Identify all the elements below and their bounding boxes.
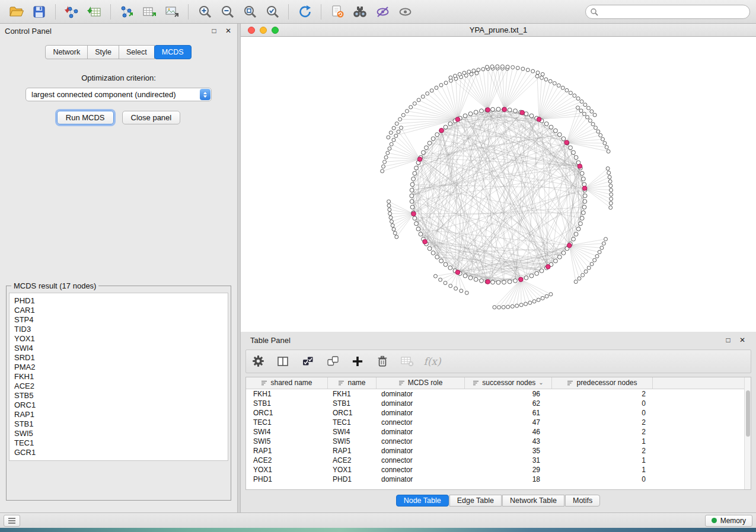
mcds-result-item[interactable]: ACE2	[14, 382, 223, 391]
network-node[interactable]	[513, 109, 518, 113]
network-node[interactable]	[433, 274, 437, 278]
network-node[interactable]	[593, 113, 596, 117]
network-node[interactable]	[583, 194, 587, 198]
network-node[interactable]	[431, 137, 435, 141]
tab-select[interactable]: Select	[119, 45, 155, 59]
network-node[interactable]	[398, 117, 402, 121]
mcds-result-item[interactable]: PMA2	[14, 363, 223, 372]
dominator-node[interactable]	[564, 140, 569, 145]
tab-network[interactable]: Network	[45, 45, 88, 59]
table-row[interactable]: ORC1ORC1dominator610	[246, 408, 751, 418]
network-node[interactable]	[511, 66, 515, 69]
dominator-node[interactable]	[520, 110, 525, 115]
mcds-result-item[interactable]: TID3	[14, 325, 223, 334]
network-node[interactable]	[387, 200, 391, 203]
dominator-node[interactable]	[546, 264, 550, 269]
zoom-fit-button[interactable]	[239, 3, 260, 21]
network-node[interactable]	[410, 194, 414, 198]
network-node[interactable]	[535, 271, 539, 275]
network-node[interactable]	[607, 171, 611, 175]
table-row[interactable]: STB1STB1dominator620	[246, 399, 751, 408]
network-node[interactable]	[462, 71, 466, 75]
clone-network-button[interactable]	[327, 3, 348, 21]
network-node[interactable]	[605, 146, 608, 149]
delete-table-button[interactable]	[400, 354, 414, 368]
network-node[interactable]	[537, 298, 540, 302]
network-node[interactable]	[600, 246, 604, 249]
mcds-result-item[interactable]: GCR1	[14, 448, 223, 457]
network-node[interactable]	[586, 106, 590, 110]
network-node[interactable]	[490, 65, 494, 68]
function-builder-button[interactable]: f(x)	[425, 354, 439, 368]
network-node[interactable]	[390, 220, 393, 223]
mcds-result-item[interactable]: YOX1	[14, 334, 223, 344]
control-panel-float-button[interactable]: □	[210, 27, 218, 35]
network-node[interactable]	[562, 251, 566, 255]
vizmapper-button[interactable]	[372, 3, 393, 21]
network-node[interactable]	[536, 71, 540, 75]
network-node[interactable]	[604, 238, 608, 241]
table-row[interactable]: YOX1YOX1connector291	[246, 465, 751, 475]
network-node[interactable]	[454, 287, 458, 290]
network-node[interactable]	[421, 95, 425, 98]
network-node[interactable]	[529, 114, 534, 118]
network-node[interactable]	[417, 98, 420, 102]
network-node[interactable]	[591, 123, 595, 126]
mcds-result-item[interactable]: SRD1	[14, 353, 223, 363]
network-node[interactable]	[425, 146, 429, 150]
network-node[interactable]	[541, 72, 544, 76]
network-node[interactable]	[515, 304, 519, 307]
run-mcds-button[interactable]: Run MCDS	[57, 111, 114, 124]
network-node[interactable]	[475, 71, 479, 75]
network-node[interactable]	[413, 102, 416, 105]
network-window-titlebar[interactable]: YPA_prune.txt_1	[241, 24, 756, 37]
network-node[interactable]	[581, 177, 585, 181]
network-node[interactable]	[496, 107, 500, 111]
network-node[interactable]	[431, 251, 435, 255]
network-node[interactable]	[610, 193, 613, 196]
network-node[interactable]	[428, 141, 432, 145]
dominator-node[interactable]	[439, 128, 444, 133]
network-node[interactable]	[576, 227, 580, 231]
network-node[interactable]	[579, 109, 583, 113]
task-history-button[interactable]	[4, 515, 20, 527]
mcds-result-item[interactable]: FKH1	[14, 372, 223, 382]
table-row[interactable]: ACE2ACE2connector311	[246, 456, 751, 465]
dominator-node[interactable]	[578, 164, 582, 169]
find-button[interactable]	[349, 3, 371, 21]
network-node[interactable]	[444, 281, 447, 285]
network-node[interactable]	[584, 270, 588, 273]
network-node[interactable]	[386, 151, 390, 155]
network-node[interactable]	[416, 227, 420, 231]
network-node[interactable]	[481, 68, 485, 71]
network-node[interactable]	[583, 200, 587, 204]
network-node[interactable]	[585, 116, 589, 119]
dominator-node[interactable]	[502, 107, 507, 112]
import-table-button[interactable]	[84, 3, 105, 21]
network-node[interactable]	[468, 112, 473, 116]
network-node[interactable]	[608, 175, 611, 179]
network-node[interactable]	[392, 126, 395, 130]
network-node[interactable]	[519, 303, 523, 307]
mcds-result-item[interactable]: RAP1	[14, 410, 223, 419]
tab-node-table[interactable]: Node Table	[396, 495, 449, 507]
network-node[interactable]	[500, 65, 504, 68]
network-node[interactable]	[573, 94, 576, 97]
network-node[interactable]	[569, 146, 573, 150]
dominator-node[interactable]	[455, 117, 460, 122]
maximize-window-button[interactable]	[272, 27, 279, 34]
dominator-node[interactable]	[582, 186, 587, 191]
zoom-selected-button[interactable]	[261, 3, 283, 21]
network-node[interactable]	[384, 156, 388, 159]
network-node[interactable]	[491, 280, 495, 284]
network-node[interactable]	[528, 301, 532, 305]
network-node[interactable]	[389, 131, 393, 134]
network-node[interactable]	[565, 88, 569, 92]
network-node[interactable]	[439, 278, 442, 281]
export-network-button[interactable]	[116, 3, 138, 21]
tab-mcds[interactable]: MCDS	[154, 45, 192, 59]
column-header-mcds-role[interactable]: MCDS role	[377, 377, 465, 389]
network-node[interactable]	[587, 266, 591, 270]
network-node[interactable]	[544, 78, 548, 81]
network-node[interactable]	[413, 171, 417, 175]
